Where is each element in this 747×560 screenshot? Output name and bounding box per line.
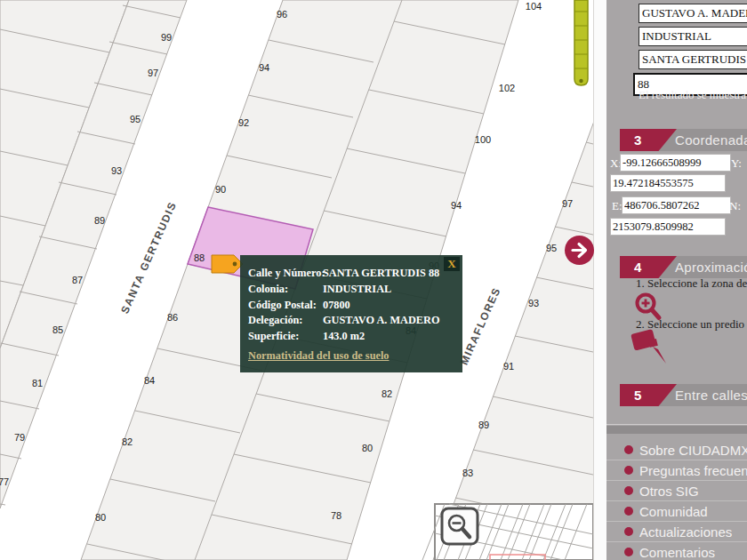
search-sidebar: El resultado se muestra en el mapa 3 Coo… [606, 0, 747, 560]
delegacion-input[interactable] [639, 4, 747, 23]
parcel-number: 83 [462, 468, 473, 478]
popup-row-label: Delegación: [248, 313, 323, 329]
parcel-number: 81 [32, 378, 43, 388]
e-coordinate-field[interactable] [622, 196, 731, 214]
pushpin-icon[interactable] [630, 328, 671, 367]
parcel-number: 104 [526, 1, 542, 12]
colonia-input[interactable] [639, 27, 747, 46]
popup-row-value: INDUSTRIAL [323, 282, 462, 298]
calle-input[interactable] [639, 50, 747, 69]
map-canvas[interactable]: 9997959389878581797796949290888684828010… [0, 0, 594, 560]
parcel-number: 91 [503, 361, 514, 372]
parcel-number: 93 [111, 165, 122, 176]
parcel-number: 87 [72, 275, 83, 285]
parcel-number: 86 [167, 312, 178, 323]
menu-item-label: Actualizaciones [639, 524, 732, 540]
popup-row: Superficie:143.0 m2 [248, 329, 462, 345]
parcel-number: 88 [194, 252, 205, 263]
x-coordinate-field[interactable] [620, 154, 731, 172]
menu-item-label: Comentarios [639, 545, 715, 560]
menu-item-label: Comunidad [639, 504, 708, 519]
parcel-number: 77 [0, 476, 9, 487]
parcel-number: 102 [499, 83, 515, 93]
popup-row-label: Calle y Número: [248, 266, 323, 282]
menu-item-sobre-ciudadmx[interactable]: Sobre CIUDADMX [606, 440, 747, 460]
overview-minimap[interactable] [422, 504, 593, 560]
n-coordinate-field[interactable] [610, 218, 726, 236]
parcel-number: 100 [475, 134, 491, 145]
popup-row-label: Código Postal: [248, 298, 323, 314]
bullet-icon [624, 486, 633, 495]
section-approximation-header: 4 Aproximación [620, 256, 747, 278]
n-label: N: [729, 199, 741, 213]
parcel-number: 96 [277, 9, 287, 20]
parcel-number: 97 [148, 68, 158, 78]
parcel-number: 82 [122, 436, 133, 447]
collapse-sidebar-button[interactable] [565, 236, 594, 265]
parcel-number: 89 [94, 215, 105, 226]
parcel-number: 90 [215, 184, 226, 195]
parcel-number: 97 [562, 198, 573, 209]
parcel-number: 84 [144, 375, 155, 386]
menu-item-preguntas-frecuentes[interactable]: Preguntas frecuentes [606, 460, 747, 480]
menu-item-comunidad[interactable]: Comunidad [606, 500, 747, 521]
menu-item-label: Otros SIG [639, 484, 699, 499]
parcel-number: 94 [451, 200, 462, 211]
bullet-icon [624, 548, 633, 556]
popup-row-value: 07800 [323, 298, 462, 314]
menu-item-label: Sobre CIUDADMX [639, 443, 747, 458]
panel-gutter [594, 0, 606, 560]
menu-item-label: Preguntas frecuentes [639, 463, 747, 478]
result-note: El resultado se muestra en el mapa [639, 88, 747, 102]
popup-row: Código Postal:07800 [248, 298, 462, 314]
y-coordinate-field[interactable] [610, 174, 726, 192]
parcel-number: 89 [478, 420, 489, 430]
y-label: Y: [731, 156, 742, 171]
parcel-number: 80 [95, 512, 106, 523]
section-coordinates-header: 3 Coordenadas [620, 129, 747, 151]
parcel-number: 94 [259, 62, 269, 73]
parcel-number: 95 [130, 114, 141, 124]
parcel-number: 79 [14, 432, 25, 443]
land-use-link[interactable]: Normatividad del uso de suelo [248, 349, 390, 363]
e-label: E: [612, 199, 622, 213]
section-number-badge: 5 [620, 384, 677, 406]
parcel-number: 95 [546, 243, 557, 253]
footer-menu: Sobre CIUDADMXPreguntas frecuentesOtros … [606, 440, 747, 560]
parcel-number: 99 [161, 32, 172, 43]
parcel-info-popup: X Calle y Número:SANTA GERTRUDIS 88Colon… [240, 255, 462, 372]
parcel-number: 78 [331, 510, 341, 521]
section-number-badge: 3 [620, 129, 677, 151]
sig-ciudadmx-app: { "map": { "streets": [ {"name": "SANTA … [0, 0, 747, 560]
divider [606, 424, 747, 425]
popup-row-label: Superficie: [248, 329, 323, 345]
street-name-label: SANTA GERTRUDIS [118, 199, 179, 315]
popup-row: Delegación:GUSTAVO A. MADERO [248, 313, 462, 329]
menu-item-actualizaciones[interactable]: Actualizaciones [606, 521, 747, 541]
section-number-badge: 4 [620, 256, 677, 278]
popup-row: Calle y Número:SANTA GERTRUDIS 88 [248, 266, 462, 282]
bullet-icon [624, 527, 633, 536]
parcel-number: 82 [382, 388, 392, 399]
zoom-out-button[interactable] [442, 508, 478, 544]
parcel-number: 85 [52, 324, 63, 335]
close-icon[interactable]: X [444, 257, 460, 271]
popup-row: Colonia:INDUSTRIAL [248, 282, 462, 298]
parcel-number: 93 [528, 298, 539, 308]
menu-item-otros-sig[interactable]: Otros SIG [606, 480, 747, 500]
menu-item-comentarios[interactable]: Comentarios [606, 541, 747, 560]
parcel-number: 80 [362, 443, 373, 453]
parcel-number: 92 [238, 117, 249, 128]
bullet-icon [624, 507, 633, 516]
zoom-slider[interactable] [574, 0, 588, 85]
arrow-right-icon [565, 236, 594, 265]
popup-row-label: Colonia: [248, 282, 323, 298]
popup-row-value: GUSTAVO A. MADERO [323, 313, 462, 329]
popup-row-value: SANTA GERTRUDIS 88 [323, 266, 462, 282]
divider-band [606, 426, 747, 434]
bullet-icon [624, 466, 633, 475]
step-one-text: 1. Seleccione la zona de interés [636, 276, 747, 291]
popup-row-value: 143.0 m2 [323, 329, 462, 345]
section-between-streets-header: 5 Entre calles: [620, 384, 747, 406]
bullet-icon [624, 445, 633, 454]
